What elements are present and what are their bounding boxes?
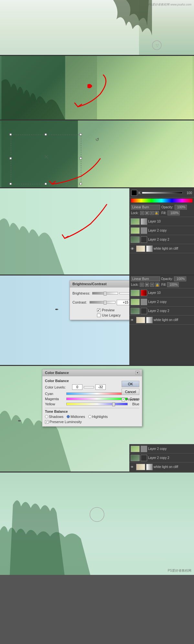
highlights-radio-circle[interactable] [88,415,92,418]
svg-rect-9 [45,133,47,135]
layer-item-5-2copy2[interactable]: Layer 2 copy 2 [129,306,194,316]
bottom-branding: PS爱好者教程网 [168,568,191,573]
svg-rect-6 [78,120,193,187]
preserve-lum-checkbox[interactable]: ✓ [45,420,48,424]
layer-mask-5-cliff [146,317,153,323]
layer-name-5-2copy: Layer 2 copy [148,300,167,304]
use-legacy-checkbox[interactable] [97,314,101,317]
color-balance-ok[interactable]: OK [122,381,139,387]
layer-item-5-2copy[interactable]: Layer 2 copy [129,297,194,306]
svg-rect-10 [80,133,82,135]
opacity-value[interactable]: 100% [175,205,187,210]
canvas-section-2 [0,55,194,119]
shadows-label: Shadows [49,415,63,419]
lock-label-5: Lock: [131,283,139,286]
lock-5-1[interactable]: □ [140,283,144,287]
lock-5-3[interactable]: + [150,283,154,287]
layer-name-2copy: Layer 2 copy [148,229,167,232]
layer-item-5-white-cliff[interactable]: 👁 white light on cliff [129,316,194,325]
highlights-label: Highlights [92,415,108,419]
lock-icon-4[interactable]: 🔒 [155,211,159,215]
fill-value-5[interactable]: 100% [167,282,179,287]
layer-item-white-cliff[interactable]: 👁 white light on cliff [129,244,194,253]
rainbow-bar [131,199,192,203]
blend-select-5[interactable]: Linear Burn [131,276,160,281]
use-legacy-label: Use Legacy [102,313,121,317]
layer-item-2copy2[interactable]: Layer 2 copy 2 [129,235,194,244]
eye-icon-white-cliff[interactable]: 👁 [131,247,135,251]
level3-input[interactable]: -32 [95,384,106,390]
color-balance-close[interactable]: ✕ [135,371,139,375]
svg-text:▽: ▽ [156,43,159,48]
midtones-radio-circle[interactable] [67,415,70,418]
contrast-slider[interactable] [90,301,115,304]
lock-5-2[interactable]: ⊕ [145,283,149,287]
layer-item-2copy[interactable]: Layer 2 copy [129,226,194,235]
midtones-radio[interactable]: Midtones [67,415,85,419]
section2-overlay [0,56,194,119]
contrast-value[interactable]: +15 [117,300,130,305]
lock-5-4[interactable]: 🔒 [155,283,159,287]
blend-mode-section: Linear Burn Opacity: 100% Lock: □ ⊕ + 🔒 … [129,203,194,217]
color-balance-title-bar[interactable]: Color Balance ✕ [42,369,142,376]
layer-name-6-2copy2: Layer 2 copy 2 [148,456,169,460]
contrast-slider-thumb[interactable] [103,301,106,305]
eye-icon-5[interactable]: 👁 [131,318,135,322]
k-slider[interactable] [142,192,183,194]
section4-canvas [0,188,129,275]
layer-mask-6-2copy2 [141,455,147,461]
section7-canvas [0,473,194,575]
preview-checkbox[interactable]: ✓ [97,308,101,312]
layer-thumb-5-10 [131,290,140,296]
opacity-value-5[interactable]: 100% [174,276,186,281]
svg-rect-3 [2,56,97,119]
level2-dummy[interactable] [84,386,94,388]
brightness-slider[interactable] [92,292,118,295]
cb-preview-label: Preview [126,398,139,401]
highlights-radio[interactable]: Highlights [88,415,108,419]
k-label: K [138,191,141,195]
lock-icon-1[interactable]: □ [140,211,144,215]
layer-mask-6-cliff [146,464,153,470]
canvas-section-3: ↺ [0,119,194,187]
layer-name-10: Layer 10 [148,220,161,223]
svg-rect-4 [65,56,193,119]
shadows-radio-circle[interactable] [45,415,48,418]
svg-point-1 [152,41,161,50]
layer-item-6-2copy[interactable]: Layer 2 copy [129,444,194,453]
cb-preview-checkbox[interactable]: ✓ [122,398,125,401]
lock-icon-2[interactable]: ⊕ [145,211,149,215]
brightness-label: Brightness: [72,291,90,295]
layer-item-10[interactable]: Layer 10 [129,217,194,226]
opacity-label-5: Opacity: [161,277,173,281]
color-balance-cancel[interactable]: Cancel [122,389,139,395]
fill-value[interactable]: 100% [167,211,180,215]
blend-row-5: Linear Burn Opacity: 100% Lock: □ ⊕ + 🔒 … [129,275,194,288]
cyan-red-slider[interactable] [66,392,128,395]
divider [45,408,139,408]
svg-line-17 [45,155,48,158]
svg-rect-13 [10,183,12,185]
yellow-blue-slider[interactable] [66,403,128,405]
layer-mask-2copy [141,227,147,234]
color-balance-dialog[interactable]: Color Balance ✕ Color Balance Color Leve… [42,369,142,427]
right-panel-5: Linear Burn Opacity: 100% Lock: □ ⊕ + 🔒 … [129,275,194,365]
layer-thumb-white-cliff [136,245,145,252]
canvas-section-7: PS爱好者教程网 [0,472,194,575]
layer-name-6-2copy: Layer 2 copy [148,447,167,451]
lock-icon-3[interactable]: + [150,211,154,215]
svg-rect-0 [0,0,139,55]
shadows-radio[interactable]: Shadows [45,415,63,419]
magenta-green-slider[interactable] [66,398,128,400]
yellow-blue-thumb[interactable] [112,402,115,406]
blend-mode-select[interactable]: Linear Burn [131,205,160,210]
layer-item-6-2copy2[interactable]: Layer 2 copy 2 [129,453,194,462]
brightness-slider-thumb[interactable] [104,292,107,296]
cyan-label: Cyan [45,392,64,396]
layer-item-5-10[interactable]: Layer 10 [129,288,194,297]
color-swatch-black[interactable] [131,190,137,196]
eye-icon-6[interactable]: 👁 [131,465,135,469]
level1-input[interactable]: 0 [72,384,82,390]
layer-item-6-white-cliff[interactable]: 👁 white light on cliff [129,462,194,472]
blend-row: Linear Burn Opacity: 100% [131,205,192,210]
